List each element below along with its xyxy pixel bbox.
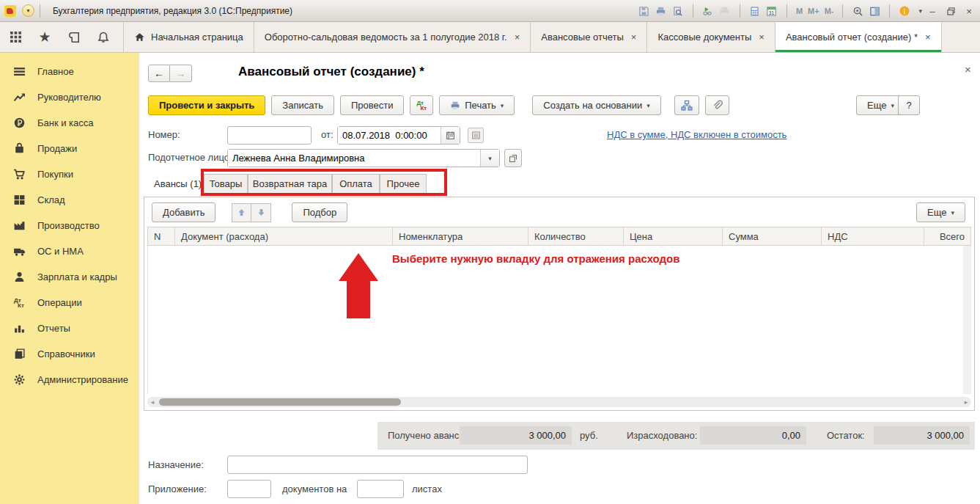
history-scroll-icon[interactable] bbox=[66, 29, 82, 45]
sidebar-item-manager[interactable]: Руководителю bbox=[0, 84, 139, 110]
date-field bbox=[337, 126, 460, 145]
scroll-right-icon[interactable]: ▸ bbox=[961, 398, 971, 406]
divider bbox=[786, 4, 787, 18]
sidebar-item-production[interactable]: Производство bbox=[0, 213, 139, 238]
tab-advance-reports[interactable]: Авансовые отчеты × bbox=[530, 22, 646, 52]
add-row-button[interactable]: Добавить bbox=[152, 202, 215, 222]
sidebar-item-warehouse[interactable]: Склад bbox=[0, 187, 139, 213]
caret-down-icon: ▾ bbox=[26, 7, 29, 14]
move-row-buttons bbox=[232, 203, 271, 222]
tab-home-label: Начальная страница bbox=[151, 32, 243, 43]
post-and-close-button[interactable]: Провести и закрыть bbox=[148, 95, 265, 115]
document-journal-icon[interactable] bbox=[468, 128, 484, 143]
close-tab-icon[interactable]: × bbox=[759, 32, 765, 43]
help-button[interactable]: ? bbox=[898, 95, 920, 115]
calendar-icon[interactable]: 31 bbox=[765, 4, 779, 18]
attachment-sheets-input[interactable] bbox=[357, 480, 404, 498]
purpose-input[interactable] bbox=[227, 456, 528, 474]
post-button[interactable]: Провести bbox=[340, 95, 405, 115]
save-button[interactable]: Записать bbox=[271, 95, 334, 115]
info-caret-icon[interactable]: ▾ bbox=[918, 7, 922, 15]
sidebar-item-operations[interactable]: ДтКт Операции bbox=[0, 290, 139, 315]
print-button[interactable]: Печать ▾ bbox=[439, 95, 515, 115]
sidebar-item-main[interactable]: Главное bbox=[0, 59, 139, 84]
preview-icon[interactable] bbox=[671, 4, 685, 18]
create-based-on-button[interactable]: Создать на основании ▾ bbox=[532, 95, 660, 115]
memory-m-button[interactable]: M bbox=[795, 7, 804, 15]
sidebar-item-payroll-hr[interactable]: Зарплата и кадры bbox=[0, 264, 139, 290]
sidebar-item-bank-cash[interactable]: Банк и касса bbox=[0, 110, 139, 136]
vertical-scrollbar[interactable] bbox=[963, 246, 971, 394]
column-header[interactable]: НДС bbox=[822, 227, 924, 245]
horizontal-scrollbar[interactable]: ◂ ▸ bbox=[147, 397, 971, 407]
zoom-icon[interactable] bbox=[850, 4, 865, 18]
grid-body-empty[interactable] bbox=[147, 246, 971, 394]
sidebar-item-reports[interactable]: Отчеты bbox=[0, 315, 139, 341]
minimize-button[interactable]: – bbox=[924, 4, 940, 18]
sidebar-item-fixed-assets[interactable]: ОС и НМА bbox=[0, 238, 139, 264]
column-header[interactable]: Всего bbox=[924, 227, 970, 245]
ruble-circle-icon bbox=[12, 116, 26, 131]
sidebar-item-directories[interactable]: Справочники bbox=[0, 341, 139, 367]
expenses-grid-panel: Добавить Подбор Еще ▾ N Документ (расход… bbox=[144, 197, 975, 411]
main-menu-button[interactable]: ▾ bbox=[22, 4, 34, 17]
pick-button[interactable]: Подбор bbox=[292, 202, 347, 222]
vat-settings-link[interactable]: НДС в сумме, НДС включен в стоимость bbox=[607, 129, 786, 140]
column-header[interactable]: Номенклатура bbox=[393, 227, 528, 245]
split-view-icon[interactable] bbox=[867, 4, 882, 18]
move-up-button[interactable] bbox=[232, 203, 251, 222]
date-input[interactable] bbox=[338, 127, 441, 144]
close-form-icon[interactable]: × bbox=[965, 63, 971, 76]
spent-label: Израсходовано: bbox=[627, 430, 697, 441]
tab-home[interactable]: Начальная страница bbox=[123, 22, 254, 52]
column-header[interactable]: Количество bbox=[528, 227, 624, 245]
sidebar-item-purchases[interactable]: Покупки bbox=[0, 161, 139, 187]
column-header[interactable]: Цена bbox=[624, 227, 723, 245]
move-down-button[interactable] bbox=[251, 203, 271, 222]
calendar-picker-icon[interactable] bbox=[441, 127, 460, 144]
sidebar-item-sales[interactable]: Продажи bbox=[0, 136, 139, 161]
structure-button[interactable] bbox=[674, 95, 699, 115]
scrollbar-track[interactable] bbox=[158, 398, 961, 406]
tab-cash-documents[interactable]: Кассовые документы × bbox=[646, 22, 775, 52]
column-header[interactable]: N bbox=[148, 227, 175, 245]
scroll-left-icon[interactable]: ◂ bbox=[147, 398, 158, 406]
notifications-bell-icon[interactable] bbox=[95, 29, 111, 45]
calculator-icon[interactable] bbox=[748, 4, 762, 18]
tab-advances[interactable]: Авансы (1) bbox=[150, 174, 206, 193]
sidebar-item-administration[interactable]: Администрирование bbox=[0, 367, 139, 392]
tab-osv-report[interactable]: Оборотно-сальдовая ведомость за 1 полуго… bbox=[254, 22, 530, 52]
caret-down-icon: ▾ bbox=[646, 102, 650, 109]
restore-button[interactable] bbox=[943, 4, 959, 18]
sidebar-label: Справочники bbox=[37, 348, 95, 359]
close-window-button[interactable]: × bbox=[961, 4, 977, 18]
close-tab-icon[interactable]: × bbox=[631, 32, 637, 43]
info-icon[interactable]: i bbox=[897, 4, 912, 18]
column-header[interactable]: Документ (расхода) bbox=[175, 227, 393, 245]
close-tab-icon[interactable]: × bbox=[515, 32, 520, 43]
memory-mminus-button[interactable]: M- bbox=[823, 7, 836, 15]
attachment-button[interactable] bbox=[705, 95, 729, 115]
number-input[interactable] bbox=[227, 126, 312, 145]
back-button[interactable]: ← bbox=[148, 65, 170, 82]
print-icon[interactable] bbox=[654, 4, 668, 18]
apps-grid-icon[interactable] bbox=[7, 29, 23, 45]
column-header[interactable]: Сумма bbox=[723, 227, 822, 245]
gear-icon bbox=[12, 373, 26, 387]
title-bar: ▾ Бухгалтерия предприятия, редакция 3.0 … bbox=[0, 0, 980, 22]
totals-strip: Получено авансов: 3 000,00 руб. Израсход… bbox=[377, 422, 975, 450]
grid-more-button[interactable]: Еще ▾ bbox=[916, 202, 965, 222]
open-person-icon[interactable] bbox=[504, 149, 522, 167]
memory-mplus-button[interactable]: M+ bbox=[806, 7, 821, 15]
save-icon[interactable] bbox=[637, 4, 652, 18]
link-icon[interactable] bbox=[701, 4, 715, 18]
debit-credit-button[interactable]: ДтКт bbox=[410, 95, 433, 115]
person-input[interactable] bbox=[228, 150, 480, 167]
person-dropdown-icon[interactable]: ▾ bbox=[480, 150, 499, 167]
attachment-docs-input[interactable] bbox=[227, 480, 271, 498]
close-tab-icon[interactable]: × bbox=[925, 32, 931, 43]
favorites-star-icon[interactable]: ★ bbox=[37, 29, 53, 45]
debit-credit-icon: ДтКт bbox=[12, 296, 26, 310]
tab-advance-report-new[interactable]: Авансовый отчет (создание) * × bbox=[775, 22, 942, 52]
scrollbar-thumb[interactable] bbox=[159, 398, 401, 406]
